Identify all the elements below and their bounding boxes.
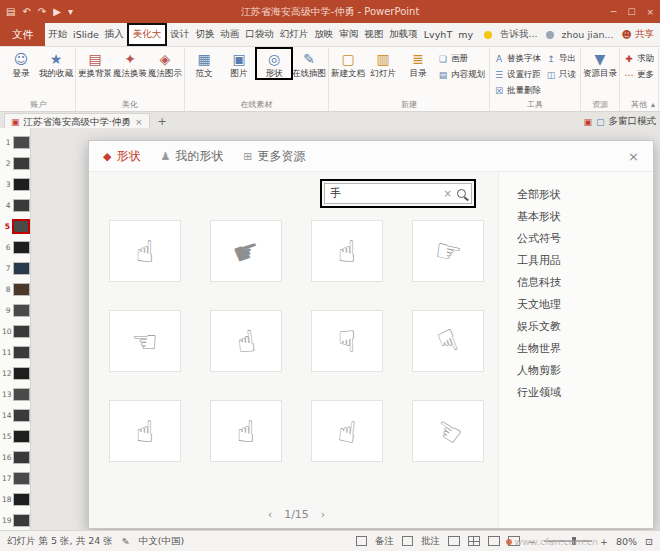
category-item[interactable]: 行业领域 [517, 382, 653, 404]
slide-thumbnail[interactable]: 10 [0, 321, 30, 342]
ribbon-button[interactable]: ▥ 幻灯片 [366, 49, 400, 78]
ribbon-tab[interactable]: 开始 [45, 23, 70, 46]
slide-thumbnail[interactable]: 5 [0, 216, 30, 237]
qat-icon[interactable]: ↷ [38, 6, 46, 17]
search-icon[interactable] [457, 189, 466, 198]
window-control-icon[interactable]: ─ [611, 7, 616, 17]
ribbon-tab[interactable]: 视图 [361, 23, 386, 46]
panel-tab[interactable]: ♟ 我的形状 [160, 148, 223, 165]
ribbon-button[interactable]: ◈ 魔法图示 [148, 49, 182, 78]
slide-thumbnail[interactable]: 19 [0, 510, 30, 531]
ribbon-button[interactable]: ✦ 魔法换装 [113, 49, 147, 78]
search-box[interactable]: 手 × [324, 183, 472, 204]
shape-result-card[interactable]: ☟ [311, 310, 383, 372]
zoom-level[interactable]: 80% [616, 536, 637, 547]
ribbon-tab[interactable]: 口袋动 [242, 23, 277, 46]
slide-thumbnail[interactable]: 7 [0, 258, 30, 279]
slide-thumbnail[interactable]: 11 [0, 342, 30, 363]
spellcheck-icon[interactable]: ✎ [122, 536, 130, 547]
ribbon-small-button[interactable]: ☒ 批量删除 [492, 84, 543, 98]
shape-result-card[interactable]: ☜ [412, 400, 484, 462]
category-item[interactable]: 生物世界 [517, 338, 653, 360]
slide-thumbnail[interactable]: 18 [0, 489, 30, 510]
category-item[interactable]: 全部形状 [517, 184, 653, 206]
ribbon-tab[interactable]: 美化大 [127, 23, 168, 46]
slide-thumbnail[interactable]: 12 [0, 363, 30, 384]
zoom-in-button[interactable]: + [600, 536, 608, 547]
share-button[interactable]: ☻ 共享 [622, 28, 654, 41]
close-tab-icon[interactable]: × [135, 117, 143, 127]
slide-thumbnail[interactable]: 1 [0, 132, 30, 153]
ribbon-tab[interactable]: 设计 [167, 23, 192, 46]
notes-toggle[interactable]: 备注 [375, 535, 394, 548]
ribbon-tab[interactable]: my [455, 23, 476, 46]
new-tab-button[interactable]: + [155, 115, 170, 128]
ribbon-button[interactable]: ▢ 新建文档 [331, 49, 365, 78]
category-item[interactable]: 天文地理 [517, 294, 653, 316]
panel-tab[interactable]: ⊞ 更多资源 [243, 148, 305, 165]
shape-result-card[interactable]: ☝ [109, 220, 181, 282]
ribbon-small-button[interactable]: ◫ 只读 [544, 68, 578, 82]
shape-result-card[interactable]: ☝ [210, 310, 282, 372]
shape-result-card[interactable]: ☝ [311, 400, 383, 462]
slide-thumbnail[interactable]: 9 [0, 300, 30, 321]
slide-thumbnail[interactable]: 13 [0, 384, 30, 405]
ribbon-button[interactable]: ▤ 更换背景 [78, 49, 112, 78]
ribbon-small-button[interactable]: ☰ 设置行距 [492, 68, 543, 82]
shape-result-card[interactable]: ☟ [412, 310, 484, 372]
slide-sorter-view-icon[interactable] [468, 536, 480, 546]
next-page-icon[interactable]: › [321, 508, 325, 521]
ribbon-tab[interactable]: 动画 [217, 23, 242, 46]
tell-me[interactable]: 告诉我... [500, 28, 538, 41]
ribbon-tab[interactable]: 插入 [102, 23, 127, 46]
shape-result-card[interactable]: ☛ [210, 220, 282, 282]
shape-result-card[interactable]: ☞ [412, 220, 484, 282]
ribbon-tab[interactable]: 加载项 [386, 23, 421, 46]
shape-result-card[interactable]: ☜ [109, 310, 181, 372]
close-icon[interactable]: × [628, 149, 639, 164]
ribbon-button[interactable]: ◎ 形状 [257, 49, 291, 78]
ribbon-tab[interactable]: iSlide [70, 23, 102, 46]
slide-thumbnail[interactable]: 17 [0, 468, 30, 489]
ribbon-button[interactable]: ▼ 资源目录 [583, 49, 617, 78]
account-name[interactable]: zhou jian... [562, 29, 614, 40]
category-item[interactable]: 工具用品 [517, 250, 653, 272]
panel-tab[interactable]: ◆ 形状 [103, 148, 140, 165]
category-item[interactable]: 基本形状 [517, 206, 653, 228]
multi-window-mode[interactable]: ▣ ▢ 多窗口模式 [583, 115, 656, 128]
ribbon-tab[interactable]: 切换 [192, 23, 217, 46]
search-input[interactable]: 手 [330, 186, 439, 201]
slide-thumbnail[interactable]: 3 [0, 174, 30, 195]
window-control-icon[interactable]: ☐ [627, 7, 635, 17]
fit-to-window-icon[interactable]: ⊡ [645, 536, 653, 547]
ribbon-button[interactable]: ☺ 登录 [4, 49, 38, 78]
ribbon-tab[interactable]: 放映 [311, 23, 336, 46]
ribbon-small-button[interactable]: ▤ 内容规划 [436, 68, 487, 82]
ribbon-small-button[interactable]: ↥ 导出 [544, 52, 578, 66]
ribbon-tab[interactable]: 审阅 [336, 23, 361, 46]
slide-thumbnail[interactable]: 8 [0, 279, 30, 300]
ribbon-button[interactable]: ✎ 在线插图 [292, 49, 326, 78]
ribbon-button[interactable]: ▦ 范文 [187, 49, 221, 78]
slide-thumbnail[interactable]: 6 [0, 237, 30, 258]
qat-icon[interactable]: ▤ [6, 6, 15, 17]
ribbon-small-button[interactable]: ❏ 画册 [436, 52, 487, 66]
language-status[interactable]: 中文(中国) [139, 535, 184, 548]
shape-result-card[interactable]: ☝ [109, 400, 181, 462]
slide-thumbnail[interactable]: 14 [0, 405, 30, 426]
ribbon-small-button[interactable]: ✚ 求助 [622, 52, 656, 66]
ribbon-button[interactable]: ★ 我的收藏 [39, 49, 73, 78]
ribbon-small-button[interactable]: A 替换字体 [492, 52, 543, 66]
slide-thumbnail[interactable]: 15 [0, 426, 30, 447]
qat-icon[interactable]: ▾ [68, 6, 73, 17]
tab-file[interactable]: 文件 [0, 23, 45, 46]
ribbon-tab[interactable]: LvyhT [421, 23, 455, 46]
category-item[interactable]: 信息科技 [517, 272, 653, 294]
ribbon-button[interactable]: ≣ 目录 [401, 49, 435, 78]
collapse-ribbon-icon[interactable]: ▴ [651, 100, 655, 109]
ribbon-button[interactable]: ▣ 图片 [222, 49, 256, 78]
reading-view-icon[interactable] [488, 536, 500, 546]
clear-search-icon[interactable]: × [444, 188, 452, 199]
ribbon-small-button[interactable]: ⋯ 更多 [622, 68, 656, 82]
category-item[interactable]: 公式符号 [517, 228, 653, 250]
